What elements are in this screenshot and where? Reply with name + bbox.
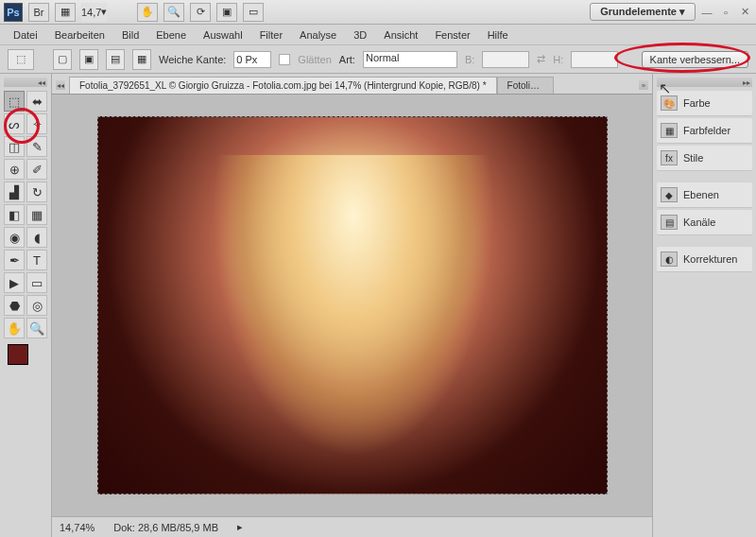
panel-kanaele[interactable]: ▤Kanäle [657, 210, 752, 235]
arrange-top[interactable]: ▣ [216, 3, 237, 22]
ps-logo: Ps [4, 3, 23, 22]
path-select-tool[interactable]: ▶ [4, 272, 25, 293]
panels-dock: ▸▸ 🎨Farbe ▦Farbfelder fxStile ◆Ebenen ▤K… [652, 74, 756, 537]
foreground-swatch[interactable] [8, 344, 28, 365]
selection-intersect[interactable]: ▦ [132, 49, 151, 70]
document-tab-active[interactable]: Fotolia_3792651_XL © Giorgio Gruizza - F… [69, 77, 497, 94]
shape-tool[interactable]: ▭ [26, 272, 47, 293]
swatches-icon: ▦ [661, 123, 678, 138]
panel-farbfelder[interactable]: ▦Farbfelder [657, 118, 752, 144]
status-zoom[interactable]: 14,74% [60, 522, 94, 533]
menu-datei[interactable]: Datei [13, 29, 38, 41]
stamp-tool[interactable]: ▟ [4, 182, 25, 202]
channels-icon: ▤ [661, 215, 678, 230]
pen-tool[interactable]: ✒ [4, 250, 25, 270]
eraser-tool[interactable]: ◧ [4, 204, 25, 225]
menu-ansicht[interactable]: Ansicht [384, 29, 418, 41]
mb-button[interactable]: ▦ [55, 3, 76, 22]
refine-edge-button[interactable]: Kante verbessern... [642, 51, 748, 68]
hand-tool[interactable]: ✋ [4, 318, 25, 338]
layers-icon: ◆ [661, 187, 678, 202]
palette-icon: 🎨 [661, 95, 678, 111]
blur-tool[interactable]: ◉ [4, 227, 25, 248]
styles-icon: fx [661, 150, 678, 165]
menu-bild[interactable]: Bild [122, 29, 139, 41]
panel-ebenen[interactable]: ◆Ebenen [657, 182, 752, 208]
zoom-dropdown[interactable]: 14,7 ▾ [81, 3, 107, 22]
menu-bar: Datei Bearbeiten Bild Ebene Auswahl Filt… [0, 25, 756, 45]
toolbox-collapse[interactable]: ◂◂ [4, 78, 47, 87]
move-tool[interactable]: ⬌ [26, 91, 47, 112]
zoom-tool-top[interactable]: 🔍 [163, 3, 184, 22]
panel-stile[interactable]: fxStile [657, 146, 752, 171]
magic-wand-tool[interactable]: ✧ [26, 113, 47, 134]
tabrow-handle[interactable]: ◂◂ [56, 80, 65, 90]
menu-analyse[interactable]: Analyse [300, 29, 336, 41]
marquee-preset[interactable]: ⬚ [8, 49, 34, 70]
status-arrow[interactable]: ▸ [237, 521, 243, 533]
swap-wh-icon: ⇄ [537, 53, 545, 65]
selection-sub[interactable]: ▤ [106, 49, 125, 70]
document-tab-inactive[interactable]: Fotolia_3 [497, 77, 554, 94]
bridge-button[interactable]: Br [28, 3, 49, 22]
selection-new[interactable]: ▢ [53, 49, 72, 70]
h-label: H: [553, 54, 563, 65]
maximize-icon[interactable]: ▫ [718, 5, 733, 20]
selection-add[interactable]: ▣ [79, 49, 98, 70]
minimize-icon[interactable]: — [699, 5, 714, 20]
menu-filter[interactable]: Filter [260, 29, 283, 41]
image-content [97, 116, 608, 494]
menu-ebene[interactable]: Ebene [156, 29, 186, 41]
menu-hilfe[interactable]: Hilfe [488, 29, 508, 41]
adjustments-icon: ◐ [661, 251, 678, 267]
3d-tool[interactable]: ⬣ [4, 295, 25, 316]
options-bar: ⬚ ▢ ▣ ▤ ▦ Weiche Kante: Glätten Art: Nor… [0, 45, 756, 74]
dodge-tool[interactable]: ◖ [26, 227, 47, 248]
zoom-tool[interactable]: 🔍 [26, 318, 47, 338]
healing-tool[interactable]: ⊕ [4, 159, 25, 180]
tabrow-more[interactable]: » [639, 80, 648, 90]
history-brush-tool[interactable]: ↻ [26, 182, 47, 202]
menu-3d[interactable]: 3D [353, 29, 367, 41]
art-select[interactable]: Normal [363, 51, 457, 68]
b-field [482, 51, 529, 68]
type-tool[interactable]: T [26, 250, 47, 270]
b-label: B: [465, 54, 474, 65]
marquee-tool[interactable]: ⬚ [4, 91, 25, 112]
3d-camera-tool[interactable]: ◎ [26, 295, 47, 316]
weichekante-input[interactable] [233, 51, 271, 68]
status-doksize[interactable]: Dok: 28,6 MB/85,9 MB [113, 522, 218, 533]
panels-collapse[interactable]: ▸▸ [657, 78, 752, 87]
brush-tool[interactable]: ✐ [26, 159, 47, 180]
close-icon[interactable]: ✕ [737, 5, 752, 20]
art-label: Art: [339, 54, 355, 65]
lasso-tool[interactable]: ᔕ [4, 113, 25, 134]
menu-auswahl[interactable]: Auswahl [203, 29, 243, 41]
h-field [571, 51, 618, 68]
hand-tool-top[interactable]: ✋ [137, 3, 158, 22]
menu-bearbeiten[interactable]: Bearbeiten [55, 29, 105, 41]
toolbox: ◂◂ ⬚ ⬌ ᔕ ✧ ◫ ✎ ⊕ ✐ ▟ ↻ ◧ ▦ ◉ ◖ ✒ T ▶ ▭ ⬣… [0, 74, 52, 537]
workspace-switcher[interactable]: Grundelemente ▾ [590, 3, 696, 21]
panel-korrekturen[interactable]: ◐Korrekturen [657, 247, 752, 272]
eyedropper-tool[interactable]: ✎ [26, 136, 47, 157]
weichekante-label: Weiche Kante: [159, 54, 226, 65]
gradient-tool[interactable]: ▦ [26, 204, 47, 225]
canvas[interactable] [52, 95, 652, 516]
glaetten-checkbox[interactable] [279, 54, 290, 65]
rotate-view-top[interactable]: ⟳ [190, 3, 211, 22]
screenmode-top[interactable]: ▭ [243, 3, 264, 22]
glaetten-label: Glätten [298, 54, 331, 65]
menu-fenster[interactable]: Fenster [435, 29, 470, 41]
panel-farbe[interactable]: 🎨Farbe [657, 91, 752, 116]
crop-tool[interactable]: ◫ [4, 136, 25, 157]
